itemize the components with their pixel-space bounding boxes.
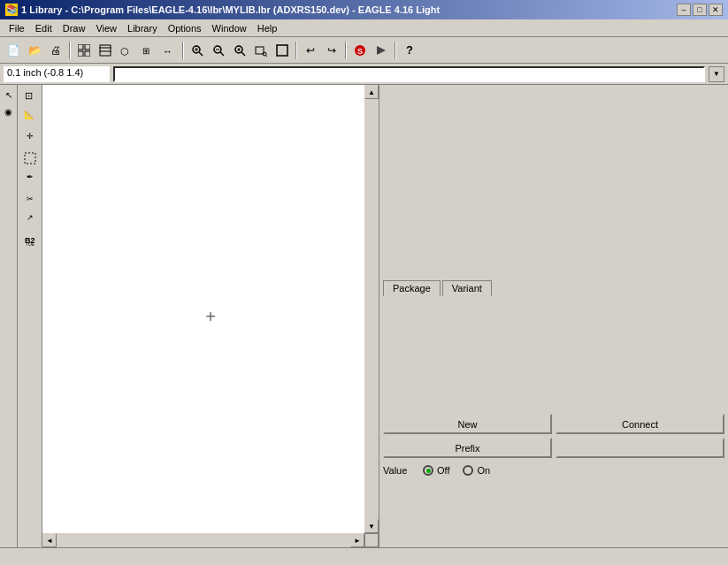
buttons-area: New Connect Prefix bbox=[379, 410, 728, 462]
stop-button[interactable]: S bbox=[350, 41, 370, 60]
tool6-btn[interactable]: ✂ bbox=[19, 190, 41, 208]
radio-group: Off On bbox=[423, 465, 490, 476]
zoom-area-button[interactable] bbox=[251, 41, 271, 60]
svg-rect-29 bbox=[25, 153, 35, 164]
undo-button[interactable]: ↩ bbox=[301, 41, 320, 60]
menu-edit[interactable]: Edit bbox=[30, 21, 57, 35]
tabs-container: Package Variant bbox=[379, 278, 728, 295]
close-button[interactable]: ✕ bbox=[709, 4, 723, 16]
hscrollbar[interactable]: ◄ ► bbox=[42, 533, 364, 547]
ratsnest-button[interactable]: ⬡ bbox=[117, 41, 136, 60]
radio-off-option[interactable]: Off bbox=[423, 465, 449, 476]
status-bar bbox=[0, 547, 728, 565]
zoom-prev-button[interactable] bbox=[272, 41, 292, 60]
toolbar-sep-3 bbox=[295, 42, 297, 59]
scroll-right-btn[interactable]: ► bbox=[350, 533, 364, 547]
svg-rect-3 bbox=[85, 51, 90, 57]
select-tool-btn[interactable]: ↖ bbox=[1, 87, 17, 103]
tool4-btn[interactable] bbox=[19, 149, 41, 167]
tab-variant[interactable]: Variant bbox=[442, 280, 492, 296]
tab-package[interactable]: Package bbox=[383, 280, 441, 296]
menu-bar: File Edit Draw View Library Options Wind… bbox=[0, 19, 728, 37]
toolbar-sep-2 bbox=[182, 42, 184, 59]
tool2-btn[interactable]: 📐 bbox=[19, 105, 41, 123]
svg-text:↔: ↔ bbox=[163, 46, 172, 57]
title-bar-left: 📚 1 Library - C:\Program Files\EAGLE-4.1… bbox=[5, 4, 440, 16]
button-row-1: New Connect bbox=[383, 414, 724, 434]
scroll-track-v bbox=[364, 99, 379, 519]
drawing-area[interactable]: + ▲ ▼ ◄ ► bbox=[42, 85, 379, 547]
tool1-btn[interactable]: ⊡ bbox=[19, 87, 41, 104]
grid1-button[interactable] bbox=[74, 41, 94, 60]
minimize-button[interactable]: – bbox=[677, 4, 691, 16]
help-button[interactable]: ? bbox=[400, 41, 419, 60]
menu-help[interactable]: Help bbox=[252, 21, 283, 35]
scroll-down-btn[interactable]: ▼ bbox=[364, 519, 379, 533]
maximize-button[interactable]: □ bbox=[693, 4, 707, 16]
title-controls: – □ ✕ bbox=[677, 4, 723, 16]
svg-line-11 bbox=[199, 52, 203, 56]
zoom-in-button[interactable] bbox=[188, 41, 207, 60]
radio-on-circle[interactable] bbox=[463, 465, 473, 476]
command-bar: 0.1 inch (-0.8 1.4) ▼ bbox=[0, 64, 728, 85]
scroll-left-btn[interactable]: ◄ bbox=[42, 533, 57, 547]
new-button[interactable]: 📄 bbox=[4, 41, 23, 60]
run-button[interactable] bbox=[372, 41, 391, 60]
toolbar-sep-1 bbox=[69, 42, 71, 59]
menu-options[interactable]: Options bbox=[163, 21, 207, 35]
connect2-button[interactable] bbox=[556, 438, 724, 458]
connect-button[interactable]: Connect bbox=[556, 414, 724, 434]
redo-button[interactable]: ↪ bbox=[322, 41, 341, 60]
prefix-button[interactable]: Prefix bbox=[383, 438, 552, 458]
command-dropdown[interactable]: ▼ bbox=[709, 66, 724, 82]
menu-file[interactable]: File bbox=[4, 21, 30, 35]
svg-line-22 bbox=[266, 55, 268, 57]
print-button[interactable]: 🖨 bbox=[46, 41, 65, 60]
open-button[interactable]: 📂 bbox=[25, 41, 44, 60]
radio-on-option[interactable]: On bbox=[463, 465, 490, 476]
tool8-btn[interactable]: B2TOE bbox=[19, 231, 41, 248]
tool7-btn[interactable]: ↗ bbox=[19, 209, 41, 226]
command-input[interactable] bbox=[113, 66, 705, 82]
zoom-fit-button[interactable] bbox=[230, 41, 249, 60]
tool5-btn[interactable]: ✒ bbox=[19, 168, 41, 186]
svg-rect-23 bbox=[277, 45, 287, 56]
value-label: Value bbox=[383, 465, 414, 476]
crosshair: + bbox=[205, 306, 216, 326]
drc-button[interactable]: ⊞ bbox=[138, 41, 157, 60]
tab-content-area bbox=[383, 295, 724, 410]
vscrollbar[interactable]: ▲ ▼ bbox=[364, 85, 379, 533]
menu-draw[interactable]: Draw bbox=[57, 21, 91, 35]
zoom-out-button[interactable] bbox=[209, 41, 228, 60]
menu-library[interactable]: Library bbox=[122, 21, 163, 35]
svg-text:⊡: ⊡ bbox=[25, 90, 33, 101]
scroll-track-h bbox=[57, 533, 350, 547]
svg-text:⬡: ⬡ bbox=[120, 46, 129, 57]
value-row: Value Off On bbox=[379, 462, 728, 479]
layer-display-btn[interactable]: ◉ bbox=[1, 103, 17, 119]
left-toolbar-1: ↖ ◉ bbox=[0, 85, 18, 547]
left-toolbar-2: ⊡ 📐 ✛ ✒ ✂ ↗ B2TOE bbox=[18, 85, 42, 547]
scroll-up-btn[interactable]: ▲ bbox=[364, 85, 379, 99]
title-bar: 📚 1 Library - C:\Program Files\EAGLE-4.1… bbox=[0, 0, 728, 19]
new-button[interactable]: New bbox=[383, 414, 552, 434]
grid2-button[interactable] bbox=[96, 41, 115, 60]
main-toolbar: 📄 📂 🖨 ⬡ ⊞ ↔ ↩ ↪ S ? bbox=[0, 37, 728, 64]
svg-point-19 bbox=[238, 48, 241, 50]
main-layout: ↖ ◉ ⊡ 📐 ✛ ✒ ✂ ↗ B2TOE + ▲ ▼ ◄ bbox=[0, 85, 728, 547]
app-icon: 📚 bbox=[5, 4, 18, 16]
right-panel: Package Variant New Connect Prefix Value bbox=[379, 85, 728, 547]
erc-button[interactable]: ↔ bbox=[159, 41, 179, 60]
svg-rect-2 bbox=[78, 51, 83, 57]
tool3-btn[interactable]: ✛ bbox=[19, 127, 41, 145]
svg-text:S: S bbox=[357, 47, 363, 56]
svg-rect-20 bbox=[256, 47, 264, 54]
menu-window[interactable]: Window bbox=[207, 21, 252, 35]
menu-view[interactable]: View bbox=[90, 21, 122, 35]
radio-off-circle[interactable] bbox=[423, 465, 433, 476]
preview-area bbox=[383, 88, 724, 274]
svg-line-15 bbox=[220, 52, 224, 56]
svg-rect-1 bbox=[85, 44, 90, 50]
svg-text:📐: 📐 bbox=[24, 109, 35, 120]
svg-line-18 bbox=[241, 52, 245, 56]
